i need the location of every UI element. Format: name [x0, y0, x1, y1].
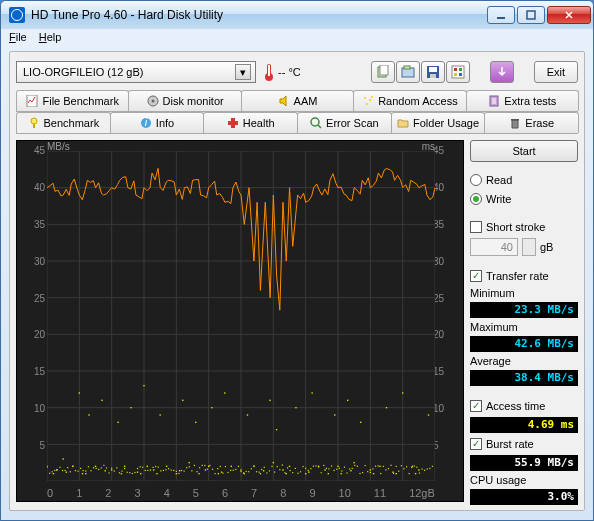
transfer-rate-check[interactable]: ✓ — [470, 270, 482, 282]
svg-rect-14 — [459, 68, 462, 71]
minimum-label: Minimum — [470, 287, 578, 299]
svg-rect-159 — [116, 467, 117, 468]
svg-rect-171 — [147, 470, 148, 471]
close-button[interactable] — [547, 6, 591, 24]
svg-rect-274 — [414, 465, 415, 466]
svg-rect-139 — [65, 470, 66, 471]
exit-button[interactable]: Exit — [534, 61, 578, 83]
average-label: Average — [470, 355, 578, 367]
svg-rect-82 — [218, 473, 219, 474]
write-radio[interactable] — [470, 193, 482, 205]
svg-rect-236 — [315, 465, 316, 466]
svg-rect-214 — [259, 472, 260, 473]
maximum-label: Maximum — [470, 321, 578, 333]
benchmark-chart: MB/s ms 51015202530354045 51015202530354… — [16, 140, 464, 502]
svg-rect-137 — [59, 467, 60, 468]
svg-rect-224 — [284, 472, 285, 473]
svg-rect-169 — [142, 467, 143, 468]
svg-rect-74 — [166, 466, 167, 467]
svg-rect-227 — [292, 472, 293, 473]
svg-rect-237 — [318, 466, 319, 467]
svg-rect-191 — [199, 467, 200, 468]
benchmark-icon — [28, 117, 40, 129]
svg-rect-129 — [373, 473, 374, 474]
transfer-rate-label: Transfer rate — [486, 270, 549, 282]
maximize-button[interactable] — [517, 6, 545, 24]
error-scan-icon — [310, 117, 322, 129]
svg-rect-1 — [527, 11, 535, 19]
svg-rect-112 — [428, 414, 429, 415]
svg-rect-69 — [140, 473, 141, 474]
save-icon[interactable] — [421, 61, 445, 83]
svg-rect-181 — [173, 470, 174, 471]
menu-bar: File Help — [1, 29, 593, 49]
svg-rect-70 — [143, 385, 144, 386]
svg-rect-281 — [432, 466, 433, 467]
drive-select[interactable]: LIO-ORGFILEIO (12 gB) ▾ — [16, 61, 256, 83]
svg-rect-280 — [429, 468, 430, 469]
tab-extra-tests[interactable]: Extra tests — [466, 90, 579, 111]
options-icon[interactable] — [446, 61, 470, 83]
svg-rect-168 — [140, 466, 141, 467]
svg-rect-80 — [208, 466, 209, 467]
svg-rect-151 — [96, 468, 97, 469]
titlebar[interactable]: HD Tune Pro 4.60 - Hard Disk Utility — [1, 1, 593, 29]
svg-rect-247 — [344, 467, 345, 468]
svg-rect-180 — [171, 470, 172, 471]
tab-file-benchmark[interactable]: File Benchmark — [16, 90, 129, 111]
svg-rect-91 — [276, 429, 277, 430]
svg-rect-6 — [380, 65, 388, 75]
menu-file[interactable]: File — [9, 31, 27, 47]
copy-info-icon[interactable] — [371, 61, 395, 83]
read-radio[interactable] — [470, 174, 482, 186]
tab-aam[interactable]: AAM — [241, 90, 354, 111]
burst-rate-check[interactable]: ✓ — [470, 438, 482, 450]
tab-random-access[interactable]: Random Access — [353, 90, 466, 111]
burst-rate-label: Burst rate — [486, 438, 534, 450]
tab-benchmark[interactable]: Benchmark — [16, 112, 111, 133]
svg-rect-17 — [27, 95, 37, 107]
svg-rect-209 — [246, 471, 247, 472]
tab-health[interactable]: Health — [203, 112, 298, 133]
svg-point-31 — [311, 118, 319, 126]
svg-rect-0 — [497, 17, 505, 19]
tab-disk-monitor[interactable]: Disk monitor — [128, 90, 241, 111]
svg-rect-262 — [383, 466, 384, 467]
svg-rect-92 — [282, 469, 283, 470]
minimize-button[interactable] — [487, 6, 515, 24]
tab-folder-usage[interactable]: Folder Usage — [391, 112, 486, 133]
folder-icon — [397, 117, 409, 129]
start-button[interactable]: Start — [470, 140, 578, 162]
access-time-check[interactable]: ✓ — [470, 400, 482, 412]
svg-rect-11 — [430, 74, 436, 78]
svg-rect-259 — [375, 466, 376, 467]
svg-rect-135 — [54, 470, 55, 471]
svg-rect-211 — [251, 468, 252, 469]
svg-rect-245 — [339, 468, 340, 469]
svg-rect-266 — [393, 473, 394, 474]
svg-rect-136 — [57, 469, 58, 470]
refresh-button[interactable] — [490, 61, 514, 83]
dropdown-icon[interactable]: ▾ — [235, 64, 251, 80]
short-stroke-check[interactable] — [470, 221, 482, 233]
svg-rect-173 — [152, 467, 153, 468]
svg-rect-89 — [269, 400, 270, 401]
write-label: Write — [486, 193, 511, 205]
tab-info[interactable]: iInfo — [110, 112, 205, 133]
menu-help[interactable]: Help — [39, 31, 62, 47]
tab-erase[interactable]: Erase — [484, 112, 579, 133]
svg-rect-263 — [385, 469, 386, 470]
svg-rect-75 — [176, 473, 177, 474]
screenshot-icon[interactable] — [396, 61, 420, 83]
svg-point-22 — [366, 103, 368, 105]
svg-rect-204 — [233, 470, 234, 471]
access-time-value: 4.69 ms — [470, 417, 578, 433]
svg-rect-252 — [357, 466, 358, 467]
svg-rect-108 — [396, 473, 397, 474]
svg-rect-163 — [127, 472, 128, 473]
svg-rect-84 — [231, 466, 232, 467]
svg-rect-276 — [419, 472, 420, 473]
tab-error-scan[interactable]: Error Scan — [297, 112, 392, 133]
svg-rect-279 — [427, 468, 428, 469]
svg-rect-207 — [240, 471, 241, 472]
